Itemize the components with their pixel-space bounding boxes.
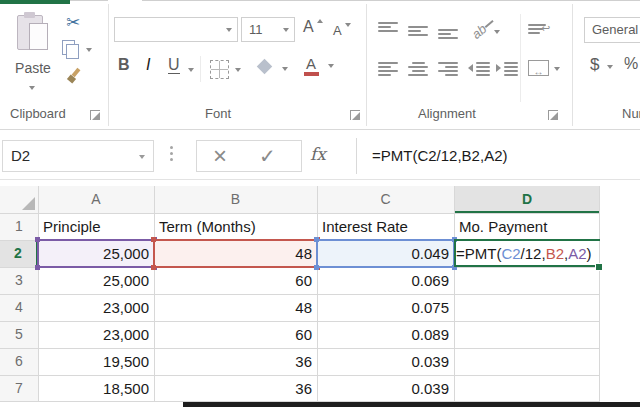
cell-A5[interactable]: 23,000: [38, 321, 149, 348]
cell-B7[interactable]: 36: [154, 375, 312, 402]
column-header-A[interactable]: A: [38, 186, 154, 213]
formula-segment: ): [587, 245, 592, 262]
cell-C5[interactable]: 0.089: [317, 321, 449, 348]
cell-B6[interactable]: 36: [154, 348, 312, 375]
cell-C6[interactable]: 0.039: [317, 348, 449, 375]
cell-A7[interactable]: 18,500: [38, 375, 149, 402]
cell-B3[interactable]: 60: [154, 267, 312, 294]
cell-A2[interactable]: 25,000: [38, 240, 149, 267]
formula-segment: B2: [546, 245, 564, 262]
fill-handle[interactable]: [595, 263, 603, 271]
column-header-C[interactable]: C: [317, 186, 454, 213]
formula-segment: A2: [568, 245, 586, 262]
cell-C1[interactable]: Interest Rate: [322, 213, 451, 240]
bottom-edge-line: [183, 402, 640, 407]
active-cell-border-left: [454, 239, 456, 267]
cell-A3[interactable]: 25,000: [38, 267, 149, 294]
select-all-button[interactable]: [0, 186, 38, 213]
row-header-2[interactable]: 2: [0, 240, 38, 267]
cell-A6[interactable]: 19,500: [38, 348, 149, 375]
cell-C2[interactable]: 0.049: [317, 240, 449, 267]
row-header-4[interactable]: 4: [0, 294, 38, 321]
column-header-B[interactable]: B: [154, 186, 317, 213]
select-all-triangle: [22, 197, 35, 210]
cell-B5[interactable]: 60: [154, 321, 312, 348]
cell-C7[interactable]: 0.039: [317, 375, 449, 402]
active-cell-border-top: [454, 239, 600, 241]
formula-segment: /12,: [521, 245, 546, 262]
column-header-D[interactable]: D: [454, 186, 600, 213]
formula-segment: =PMT(: [456, 245, 501, 262]
active-cell-border-bottom: [454, 265, 600, 267]
formula-segment: C2: [501, 245, 520, 262]
cell-C3[interactable]: 0.069: [317, 267, 449, 294]
cell-D2-formula[interactable]: =PMT(C2/12,B2,A2): [456, 240, 640, 267]
row-header-1[interactable]: 1: [0, 213, 38, 240]
cell-C4[interactable]: 0.075: [317, 294, 449, 321]
cell-B1[interactable]: Term (Months): [159, 213, 314, 240]
cell-D1[interactable]: Mo. Payment: [459, 213, 597, 240]
cell-B4[interactable]: 48: [154, 294, 312, 321]
excel-window: Paste ✂ Clipboard 11: [0, 0, 640, 407]
row-header-6[interactable]: 6: [0, 348, 38, 375]
row-header-3[interactable]: 3: [0, 267, 38, 294]
cell-B2[interactable]: 48: [154, 240, 312, 267]
cell-A4[interactable]: 23,000: [38, 294, 149, 321]
spreadsheet: ABCD1234567PrincipleTerm (Months)Interes…: [0, 0, 640, 407]
cell-A1[interactable]: Principle: [43, 213, 151, 240]
row-header-7[interactable]: 7: [0, 375, 38, 402]
row-header-5[interactable]: 5: [0, 321, 38, 348]
